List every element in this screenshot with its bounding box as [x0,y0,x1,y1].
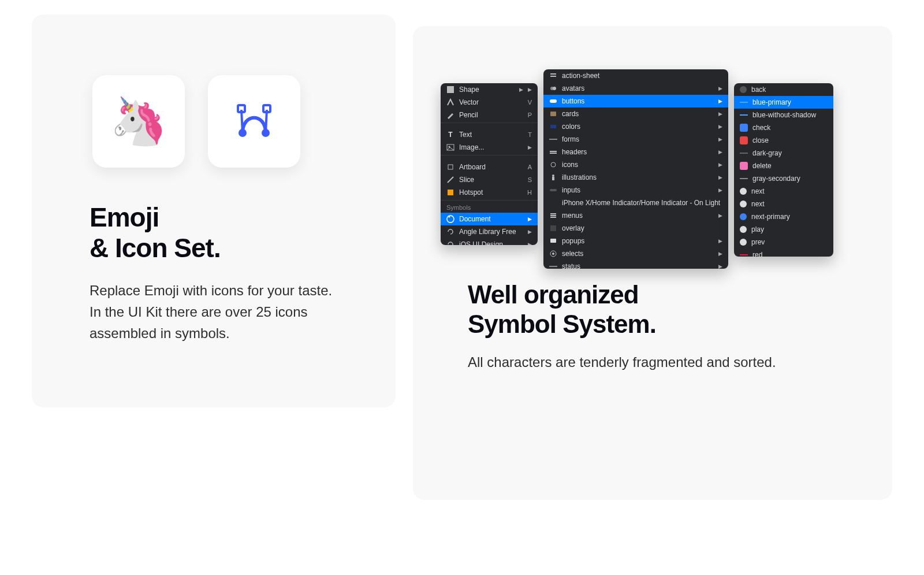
menu-item-illustrations[interactable]: illustrations▶ [543,171,728,184]
chevron-right-icon: ▶ [519,87,523,92]
menu-item-next-primary[interactable]: next-primary [734,210,833,223]
chevron-right-icon: ▶ [718,251,722,257]
chevron-right-icon: ▶ [528,144,532,150]
inputs-icon [549,186,557,194]
overlay-icon [549,224,557,232]
menu-item-label: blue-without-shadow [752,111,828,119]
chevron-right-icon: ▶ [718,149,722,155]
menu-item-blue-without-shadow[interactable]: blue-without-shadow [734,109,833,121]
menu-item-label: colors [562,123,714,131]
svg-point-30 [552,253,554,255]
menu-item-colors[interactable]: colors▶ [543,120,728,133]
svg-line-4 [241,110,243,133]
menu-item-popups[interactable]: popups▶ [543,235,728,247]
swatch-icon [740,213,747,220]
menu-item-menus[interactable]: menus▶ [543,209,728,222]
illus-icon [549,173,557,181]
menu-item-label: Shape [459,86,515,94]
swatch-icon [740,86,747,93]
swatch-icon [740,226,747,233]
bezier-curve-icon [234,101,274,142]
menu-item-buttons[interactable]: buttons▶ [543,95,728,107]
menu-item-close[interactable]: close [734,134,833,147]
insert-menu-panel: Shape▶▶VectorVPencilP TTextTImage...▶ Ar… [441,83,538,245]
menu-item-cards[interactable]: cards▶ [543,107,728,120]
unicorn-emoji-tile: 🦄 [92,75,185,168]
menu-item-delete[interactable]: delete [734,159,833,172]
menu-item-selects[interactable]: selects▶ [543,247,728,260]
menu-item-label: selects [562,250,714,258]
chevron-right-icon: ▶ [528,242,532,245]
chevron-right-icon: ▶ [718,187,722,193]
menu-item-play[interactable]: play [734,223,833,236]
menu-item-action-sheet[interactable]: action-sheet [543,69,728,82]
menu-item-blue-primary[interactable]: blue-primary [734,96,833,109]
menu-item-document[interactable]: Document▶ [441,213,538,225]
icons-icon [549,161,557,169]
pencil-icon [446,111,454,119]
menu-item-status[interactable]: status▶ [543,260,728,269]
menu-item-forms[interactable]: forms▶ [543,133,728,146]
menu-item-avatars[interactable]: avatars▶ [543,82,728,95]
text-icon: T [446,131,454,139]
menu-item-check[interactable]: check [734,121,833,134]
menu-item-slice[interactable]: SliceS [441,173,538,186]
menu-item-vector[interactable]: VectorV [441,96,538,109]
shortcut-key: A [528,164,532,170]
symbol-system-card: Shape▶▶VectorVPencilP TTextTImage...▶ Ar… [413,26,892,500]
menu-item-pencil[interactable]: PencilP [441,109,538,121]
menu-item-overlay[interactable]: overlay [543,222,728,235]
menu-item-headers[interactable]: headers▶ [543,146,728,158]
menu-item-label: status [562,262,714,269]
menu-item-label: next-primary [751,213,828,221]
svg-rect-10 [448,190,453,195]
menu-item-label: Hotspot [459,188,523,196]
svg-point-20 [551,162,556,167]
menu-item-ios-ui-design[interactable]: iOS UI Design▶ [441,238,538,245]
menu-item-angle-library-free[interactable]: Angle Library Free▶ [441,225,538,238]
menu-item-next[interactable]: next [734,185,833,198]
chevron-right-icon: ▶ [718,136,722,142]
svg-rect-6 [447,86,454,93]
menu-item-label: check [752,124,828,132]
svg-point-14 [553,87,556,90]
chevron-right-icon: ▶ [718,213,722,218]
menu-item-label: iPhone X/Home Indicator/Home Indicator -… [562,199,722,207]
cards-icon [549,110,557,118]
chevron-right-icon: ▶ [718,264,722,269]
svg-rect-15 [550,99,557,103]
swatch-icon [740,201,747,207]
menu-item-prev[interactable]: prev [734,236,833,248]
menu-item-artboard[interactable]: ArtboardA [441,161,538,173]
menu-item-label: blue-primary [752,98,828,106]
menu-item-inputs[interactable]: inputs▶ [543,184,728,196]
image-icon [446,143,454,151]
headers-icon [549,148,557,156]
swatch-icon [740,239,747,246]
buttons-icon [549,97,557,105]
menu-item-red[interactable]: red [734,248,833,257]
svg-rect-17 [550,125,556,128]
menu-item-icons[interactable]: icons▶ [543,158,728,171]
chevron-right-icon: ▶ [718,238,722,244]
menu-item-hotspot[interactable]: HotspotH [441,186,538,199]
menu-item-dark-gray[interactable]: dark-gray [734,147,833,159]
menu-item-label: Pencil [459,111,523,119]
emoji-card-title: Emoji& Icon Set. [90,202,396,264]
menu-item-next[interactable]: next [734,198,833,210]
menu-item-label: next [751,200,828,208]
menu-item-back[interactable]: back [734,83,833,96]
menu-item-text[interactable]: TTextT [441,128,538,141]
shortcut-key: S [528,176,532,183]
doc-icon [446,215,454,223]
chevron-right-icon: ▶ [718,175,722,180]
slice-icon [446,176,454,184]
menu-item-label: Slice [459,176,523,184]
menu-item-label: gray-secondary [752,175,828,183]
menu-item-shape[interactable]: Shape▶▶ [441,83,538,96]
popups-icon [549,237,557,245]
menu-item-image-[interactable]: Image...▶ [441,141,538,154]
menu-item-label: Angle Library Free [459,228,523,236]
menu-item-gray-secondary[interactable]: gray-secondary [734,172,833,185]
menu-item-iphone-x-home-indicator-home-indicator-on-light[interactable]: iPhone X/Home Indicator/Home Indicator -… [543,196,728,209]
